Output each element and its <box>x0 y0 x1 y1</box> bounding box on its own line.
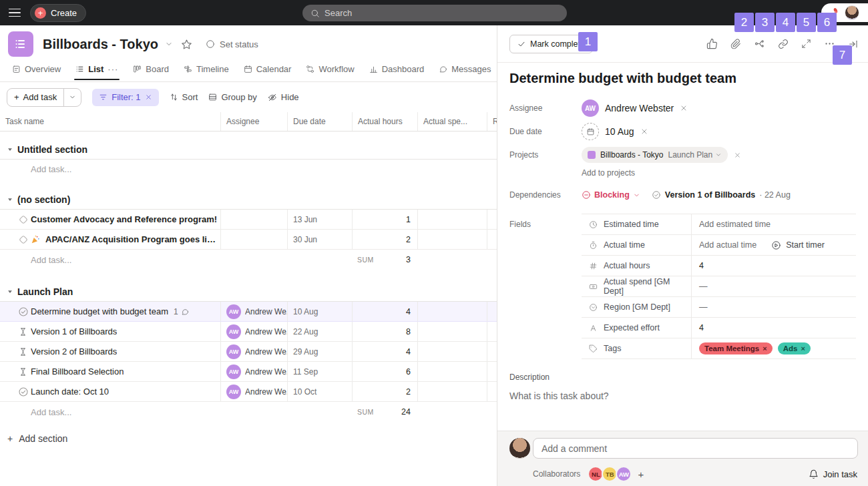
hide-button[interactable]: Hide <box>268 92 299 102</box>
section-header-launch-plan[interactable]: Launch Plan <box>0 282 497 302</box>
assignee-cell[interactable]: AWAndrew We... <box>220 342 287 361</box>
blocking-selector[interactable]: Blocking <box>582 190 640 200</box>
task-row[interactable]: APAC/ANZ Acquisition Program goes live!!… <box>0 230 497 250</box>
column-actual-spend[interactable]: Actual spe... <box>417 112 487 131</box>
due-date-cell[interactable]: 13 Jun <box>287 210 352 229</box>
favorite-star-icon[interactable] <box>181 39 192 50</box>
actual-hours-cell[interactable]: 2 <box>352 230 417 249</box>
hourglass-blocked-icon[interactable] <box>18 367 28 377</box>
attach-button[interactable] <box>730 39 741 49</box>
assignee-cell[interactable]: AWAndrew We... <box>220 362 287 381</box>
task-name[interactable]: Version 2 of Billboards <box>31 346 117 356</box>
actual-hours-cell[interactable]: 6 <box>352 362 417 381</box>
add-section-button[interactable]: + Add section <box>0 430 497 447</box>
dependency-task-link[interactable]: Version 1 of Billboards · 22 Aug <box>652 190 791 200</box>
region-cell[interactable] <box>487 210 497 229</box>
add-task-row[interactable]: Add task... <box>0 160 497 179</box>
field-row-actual-spend[interactable]: Actual spend [GM Dept] — <box>582 276 856 297</box>
check-circle-icon[interactable] <box>18 387 29 397</box>
actual-hours-cell[interactable]: 4 <box>352 302 417 321</box>
task-row[interactable]: Customer Advocacy and Reference program!… <box>0 210 497 230</box>
section-collapse-icon[interactable] <box>7 146 13 153</box>
field-row-actual-hours[interactable]: Actual hours 4 <box>582 256 856 276</box>
due-date-cell[interactable]: 29 Aug <box>287 342 352 361</box>
region-cell[interactable] <box>487 230 497 249</box>
assignee-cell[interactable]: AWAndrew We... <box>220 322 287 341</box>
task-row[interactable]: Version 2 of Billboards AWAndrew We... 2… <box>0 342 497 362</box>
actual-hours-cell[interactable]: 1 <box>352 210 417 229</box>
project-chip[interactable]: Billboards - Tokyo Launch Plan <box>582 147 728 163</box>
field-row-expected-effort[interactable]: Expected effort 4 <box>582 318 856 338</box>
due-date-cell[interactable]: 22 Aug <box>287 322 352 341</box>
region-cell[interactable] <box>487 342 497 361</box>
section-collapse-icon[interactable] <box>7 288 13 295</box>
set-status-button[interactable]: Set status <box>206 39 258 49</box>
subtask-button[interactable] <box>754 38 765 49</box>
actual-spend-cell[interactable] <box>417 342 487 361</box>
section-header-untitled[interactable]: Untitled section <box>0 140 497 160</box>
column-region[interactable]: Reg <box>487 112 497 131</box>
assignee-name[interactable]: Andrew Webster <box>605 103 674 113</box>
actual-hours-cell[interactable]: 2 <box>352 382 417 401</box>
like-button[interactable] <box>706 38 718 49</box>
region-cell[interactable] <box>487 322 497 341</box>
create-button[interactable]: + Create <box>30 4 86 22</box>
assignee-cell[interactable]: AWAndrew We... <box>220 382 287 401</box>
task-row-selected[interactable]: Determine budget with budget team 1 AWAn… <box>0 302 497 322</box>
section-header-no-section[interactable]: (no section) <box>0 190 497 210</box>
add-task-row[interactable]: Add task... <box>0 407 71 417</box>
description-input[interactable]: What is this task about? <box>509 391 856 401</box>
start-timer-button[interactable]: Start timer <box>771 240 825 250</box>
due-date-cell[interactable]: 30 Jun <box>287 230 352 249</box>
sort-button[interactable]: Sort <box>170 92 198 102</box>
group-by-button[interactable]: Group by <box>208 92 256 102</box>
field-row-actual-time[interactable]: Actual time Add actual time Start timer <box>582 235 856 256</box>
due-date-cell[interactable]: 11 Sep <box>287 362 352 381</box>
column-actual-hours[interactable]: Actual hours <box>352 112 417 131</box>
fullscreen-button[interactable] <box>801 39 811 49</box>
sidebar-toggle-icon[interactable] <box>9 9 21 17</box>
task-name[interactable]: Final Billboard Selection <box>31 367 124 377</box>
hourglass-blocked-icon[interactable] <box>18 346 28 356</box>
task-row[interactable]: Version 1 of Billboards AWAndrew We... 2… <box>0 322 497 342</box>
avatar[interactable]: AW <box>616 466 632 482</box>
actual-spend-cell[interactable] <box>417 322 487 341</box>
remove-tag-icon[interactable]: × <box>801 344 805 352</box>
remove-tag-icon[interactable]: × <box>763 344 767 352</box>
project-icon[interactable] <box>8 31 33 57</box>
task-title[interactable]: Determine budget with budget team <box>509 71 856 86</box>
column-due-date[interactable]: Due date <box>287 112 352 131</box>
region-cell[interactable] <box>487 362 497 381</box>
tab-dashboard[interactable]: Dashboard <box>363 63 431 79</box>
tab-overview[interactable]: Overview <box>5 63 67 79</box>
actual-spend-cell[interactable] <box>417 210 487 229</box>
actual-spend-cell[interactable] <box>417 230 487 249</box>
add-task-button[interactable]: +Add task <box>7 88 81 107</box>
actual-hours-cell[interactable]: 4 <box>352 342 417 361</box>
tag-ads[interactable]: Ads× <box>778 342 811 354</box>
task-name[interactable]: APAC/ANZ Acquisition Program goes live!! <box>45 234 220 244</box>
remove-project-icon[interactable] <box>734 152 741 159</box>
field-row-estimated-time[interactable]: Estimated time Add estimated time <box>582 214 856 235</box>
milestone-diamond-icon[interactable] <box>18 214 29 225</box>
filter-chip[interactable]: Filter: 1 <box>92 89 158 106</box>
join-task-button[interactable]: Join task <box>809 469 857 479</box>
field-row-tags[interactable]: Tags Team Meetings× Ads× <box>582 338 856 359</box>
task-name[interactable]: Customer Advocacy and Reference program! <box>31 214 217 224</box>
tag-team-meetings[interactable]: Team Meetings× <box>699 342 773 354</box>
task-name[interactable]: Determine budget with budget team <box>31 306 168 316</box>
milestone-diamond-icon[interactable] <box>18 234 29 245</box>
task-name[interactable]: Launch date: Oct 10 <box>31 387 109 397</box>
add-collaborator-button[interactable]: + <box>638 469 644 480</box>
actual-spend-cell[interactable] <box>417 302 487 321</box>
field-row-region[interactable]: Region [GM Dept] — <box>582 297 856 318</box>
check-circle-icon[interactable] <box>18 306 29 317</box>
add-to-projects-button[interactable]: Add to projects <box>582 168 856 178</box>
hourglass-blocked-icon[interactable] <box>18 326 28 336</box>
actual-spend-cell[interactable] <box>417 362 487 381</box>
comment-input[interactable] <box>533 438 858 459</box>
task-name[interactable]: Version 1 of Billboards <box>31 326 117 336</box>
region-cell[interactable] <box>487 382 497 401</box>
tab-board[interactable]: Board <box>126 63 176 79</box>
task-row[interactable]: Final Billboard Selection AWAndrew We...… <box>0 362 497 382</box>
